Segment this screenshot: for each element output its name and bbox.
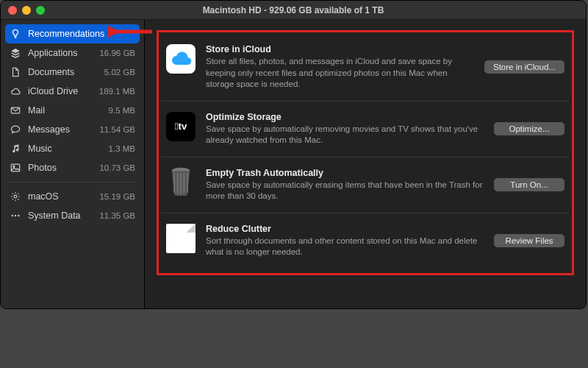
- sidebar-item-mail[interactable]: Mail9.5 MB: [1, 101, 144, 120]
- appletv-icon: tv: [166, 112, 196, 141]
- document-icon: [166, 224, 196, 253]
- sidebar-item-documents[interactable]: Documents5.02 GB: [1, 63, 144, 82]
- optimize-button[interactable]: Optimize...: [494, 122, 564, 135]
- app-icon: [10, 47, 21, 59]
- sidebar-item-label: iCloud Drive: [28, 85, 93, 98]
- sidebar-item-size: 189.1 MB: [99, 85, 135, 98]
- recommendation-reduce-clutter: Reduce ClutterSort through documents and…: [162, 213, 569, 269]
- sidebar-item-size: 15.19 GB: [99, 190, 135, 203]
- gear-icon: [10, 191, 21, 202]
- sidebar-item-photos[interactable]: Photos10.73 GB: [1, 158, 144, 177]
- titlebar: Macintosh HD - 929.06 GB available of 1 …: [1, 1, 586, 20]
- sidebar-item-size: 16.96 GB: [99, 46, 135, 60]
- storage-window: Macintosh HD - 929.06 GB available of 1 …: [0, 0, 587, 309]
- sidebar: RecommendationsApplications16.96 GBDocum…: [1, 20, 145, 308]
- msg-icon: [10, 124, 21, 135]
- minimize-icon[interactable]: [22, 6, 31, 15]
- recommendation-store-in-icloud: Store in iCloudStore all files, photos, …: [162, 34, 569, 101]
- photo-icon: [10, 162, 21, 174]
- annotation-highlight: Store in iCloudStore all files, photos, …: [157, 30, 574, 275]
- recommendation-title: Reduce Clutter: [206, 224, 484, 234]
- zoom-icon[interactable]: [36, 6, 45, 15]
- sidebar-item-label: Photos: [28, 161, 93, 174]
- svg-point-4: [11, 215, 12, 216]
- sidebar-item-icloud-drive[interactable]: iCloud Drive189.1 MB: [1, 82, 144, 101]
- sidebar-item-label: Documents: [28, 66, 98, 79]
- svg-point-2: [13, 166, 15, 167]
- review-files-button[interactable]: Review Files: [494, 234, 564, 247]
- sidebar-item-applications[interactable]: Applications16.96 GB: [1, 43, 144, 63]
- sidebar-item-label: Music: [28, 142, 102, 155]
- music-icon: [10, 143, 21, 155]
- sidebar-item-size: 11.54 GB: [99, 123, 135, 136]
- svg-point-5: [15, 215, 16, 216]
- close-icon[interactable]: [8, 6, 17, 15]
- sidebar-item-label: Mail: [28, 104, 102, 117]
- sidebar-item-system-data[interactable]: System Data11.35 GB: [1, 206, 144, 225]
- doc-icon: [10, 66, 21, 78]
- svg-rect-1: [11, 164, 19, 171]
- recommendations-pane: Store in iCloudStore all files, photos, …: [145, 20, 586, 308]
- sidebar-item-size: 11.35 GB: [99, 209, 135, 222]
- recommendation-empty-trash-automatically: Empty Trash AutomaticallySave space by a…: [162, 157, 569, 213]
- recommendation-optimize-storage: tvOptimize StorageSave space by automat…: [162, 101, 569, 157]
- svg-point-3: [14, 195, 17, 198]
- recommendation-description: Save space by automatically removing mov…: [206, 124, 484, 146]
- sidebar-item-music[interactable]: Music1.3 MB: [1, 139, 144, 158]
- sidebar-item-label: Recommendations: [28, 27, 129, 40]
- sidebar-item-macos[interactable]: macOS15.19 GB: [1, 187, 144, 206]
- lightbulb-icon: [10, 28, 21, 40]
- window-controls: [8, 6, 45, 15]
- sidebar-item-size: 9.5 MB: [109, 104, 135, 117]
- sidebar-separator: [10, 182, 135, 183]
- sidebar-item-messages[interactable]: Messages11.54 GB: [1, 120, 144, 139]
- recommendation-title: Optimize Storage: [206, 112, 484, 122]
- sidebar-item-size: 10.73 GB: [99, 161, 135, 174]
- sidebar-item-size: 5.02 GB: [104, 66, 135, 79]
- recommendation-title: Store in iCloud: [206, 44, 474, 54]
- recommendation-title: Empty Trash Automatically: [206, 168, 484, 178]
- dots-icon: [10, 210, 21, 222]
- store-in-icloud-button[interactable]: Store in iCloud...: [484, 60, 564, 74]
- recommendation-description: Sort through documents and other content…: [206, 236, 484, 258]
- recommendation-description: Save space by automatically erasing item…: [206, 180, 484, 202]
- icloud-icon: [166, 44, 196, 74]
- sidebar-item-size: 1.3 MB: [109, 142, 135, 155]
- trash-icon: [166, 168, 196, 197]
- sidebar-item-label: Messages: [28, 123, 93, 136]
- svg-point-6: [18, 215, 19, 216]
- recommendation-description: Store all files, photos, and messages in…: [206, 56, 474, 91]
- mail-icon: [10, 105, 21, 116]
- sidebar-item-label: System Data: [28, 209, 93, 222]
- cloud-icon: [10, 85, 21, 97]
- sidebar-item-recommendations[interactable]: Recommendations: [5, 24, 140, 43]
- window-title: Macintosh HD - 929.06 GB available of 1 …: [1, 5, 586, 15]
- sidebar-item-label: Applications: [28, 46, 93, 60]
- turn-on-button[interactable]: Turn On...: [494, 178, 564, 191]
- sidebar-item-label: macOS: [28, 190, 93, 203]
